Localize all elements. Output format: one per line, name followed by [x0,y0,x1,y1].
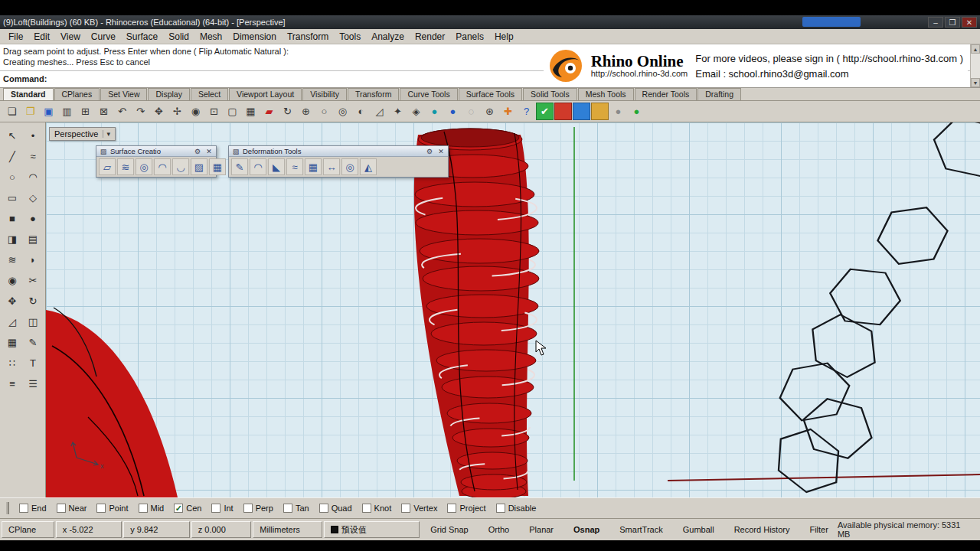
srf-3pt-icon[interactable]: ▱ [99,158,116,175]
green-ball-icon[interactable]: ● [628,103,645,120]
scroll-up-icon[interactable]: ▲ [971,44,980,54]
osnap-knot[interactable]: Knot [362,504,392,513]
menu-analyze[interactable]: Analyze [366,30,410,44]
rectangle-icon[interactable]: ▭ [2,187,22,207]
mirror-icon[interactable]: ◫ [23,311,43,331]
tab-display[interactable]: Display [148,88,189,100]
units-button[interactable]: Millimeters [253,521,322,538]
redo-icon[interactable]: ↷ [132,103,149,120]
gear-icon[interactable]: ⚙ [193,148,202,155]
tab-standard[interactable]: Standard [3,88,54,100]
checkbox[interactable] [139,504,148,513]
menu-file[interactable]: File [3,30,28,44]
named-view-icon[interactable]: ▰ [260,103,278,120]
lock-icon[interactable]: ◈ [407,103,425,120]
print-icon[interactable]: ▥ [58,103,76,120]
rotate-object-icon[interactable]: ↻ [23,291,43,311]
osnap-disable[interactable]: Disable [496,504,537,513]
menu-mesh[interactable]: Mesh [194,30,227,44]
perspective-viewport[interactable]: x [46,122,980,497]
checkbox[interactable] [96,504,106,513]
stretch-icon[interactable]: ↔ [323,158,340,175]
help-icon[interactable]: ? [518,103,535,120]
checkbox[interactable] [319,504,328,513]
polygon-icon[interactable]: ◇ [23,187,43,207]
osnap-point[interactable]: Point [96,504,128,513]
osnap-tan[interactable]: Tan [283,504,309,513]
menu-help[interactable]: Help [489,30,519,44]
new-file-icon[interactable]: ❏ [3,103,21,120]
paste-icon[interactable]: ⊠ [95,103,113,120]
maelstrom-icon[interactable]: ◎ [341,158,358,175]
layer-indicator[interactable]: 预设值 [324,521,420,538]
gear-icon[interactable]: ⚙ [425,148,434,155]
flow-icon[interactable]: ≈ [286,158,303,175]
settings-icon[interactable]: ⊛ [481,103,498,120]
osnap-project[interactable]: Project [447,504,485,513]
rotate-view-icon[interactable]: ↻ [279,103,296,120]
sweep1-icon[interactable]: ◠ [154,158,171,175]
tab-cplanes[interactable]: CPlanes [54,88,100,100]
close-button[interactable]: ✕ [962,17,977,28]
tab-render-tools[interactable]: Render Tools [635,88,697,100]
circle-icon[interactable]: ○ [2,167,22,187]
copy-icon[interactable]: ⊞ [77,103,94,120]
zoom-selected-icon[interactable]: ▦ [242,103,260,120]
menu-transform[interactable]: Transform [282,30,334,44]
toggle-filter[interactable]: Filter [800,521,837,538]
menu-panels[interactable]: Panels [450,30,489,44]
scale-object-icon[interactable]: ◿ [2,311,22,331]
revolve-icon[interactable]: ◎ [136,158,152,175]
viewport-title-dropdown[interactable]: Perspective ▾ [49,127,116,141]
circle-tool-icon[interactable]: ○ [315,103,333,120]
toggle-smarttrack[interactable]: SmartTrack [610,521,671,538]
command-scrollbar[interactable]: ▲ ▼ [970,44,980,87]
deformation-palette-header[interactable]: ▧ Deformation Tools ⚙ ✕ [229,146,448,157]
move-icon[interactable]: ✢ [168,103,186,120]
open-file-icon[interactable]: ❐ [21,103,39,120]
zoom-extents-icon[interactable]: ▢ [224,103,241,120]
arc-icon[interactable]: ◠ [23,167,43,187]
red-tile-icon[interactable] [554,103,572,120]
save-icon[interactable]: ▣ [40,103,57,120]
network-srf-icon[interactable]: ▦ [209,158,226,175]
blue-tile-icon[interactable] [573,103,590,120]
checkbox[interactable]: ✓ [174,504,183,513]
menu-surface[interactable]: Surface [121,30,163,44]
zoom-window-icon[interactable]: ⊡ [205,103,223,120]
splop-icon[interactable]: ◭ [360,158,377,175]
tab-viewport-layout[interactable]: Viewport Layout [229,88,302,100]
osnap-cen[interactable]: ✓ Cen [174,504,201,513]
checkbox[interactable] [496,504,505,513]
scale-icon[interactable]: ◿ [371,103,388,120]
wireframe-icon[interactable]: ◌ [462,103,480,120]
curve-edit-icon[interactable]: ✎ [23,332,43,352]
properties-icon[interactable]: ☰ [23,373,43,393]
toggle-gumball[interactable]: Gumball [674,521,724,538]
bend-icon[interactable]: ◠ [250,158,266,175]
key-icon[interactable]: ✦ [389,103,407,120]
checkbox[interactable] [19,504,28,513]
render-preview-icon[interactable]: ● [444,103,462,120]
osnap-end[interactable]: End [19,504,47,513]
tab-select[interactable]: Select [191,88,228,100]
array-icon[interactable]: ▦ [2,332,22,352]
osnap-mid[interactable]: Mid [139,504,165,513]
sweep2-icon[interactable]: ◡ [172,158,189,175]
toggle-ortho[interactable]: Ortho [479,521,519,538]
trim-icon[interactable]: ✂ [23,270,43,290]
render-icon[interactable]: ● [426,103,443,120]
cage-edit-icon[interactable]: ▦ [305,158,322,175]
menu-view[interactable]: View [55,30,86,44]
shade-icon[interactable]: ◐ [352,103,370,120]
layers-icon[interactable]: ≡ [2,373,22,393]
spiral-tool-icon[interactable]: ◎ [334,103,351,120]
surface-icon[interactable]: ▤ [23,229,43,249]
boolean-icon[interactable]: ◉ [2,270,22,290]
checkbox[interactable] [362,504,371,513]
line-icon[interactable]: ╱ [2,146,22,166]
copy-object-icon[interactable]: ⊕ [297,103,315,120]
cplane-button[interactable]: CPlane [2,521,54,538]
tab-drafting[interactable]: Drafting [697,88,741,100]
patch-icon[interactable]: ▨ [191,158,207,175]
